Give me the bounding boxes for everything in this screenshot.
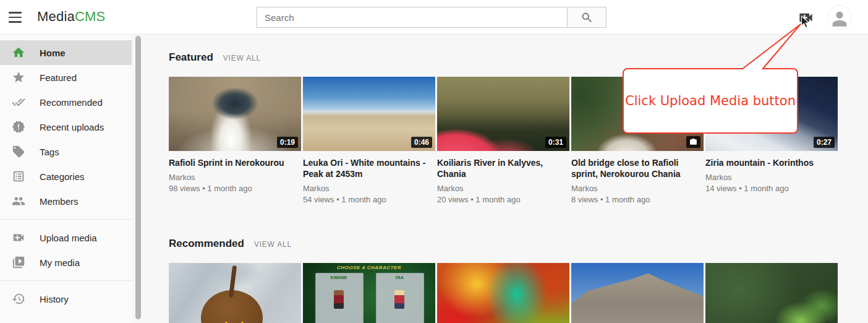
duration-badge: 0:27 [814, 137, 835, 148]
video-meta: 98 views • 1 month ago [169, 184, 301, 193]
video-thumbnail[interactable]: 0:31 [437, 77, 569, 151]
sidebar-item-label: My media [40, 257, 80, 268]
video-meta: 14 views • 1 month ago [705, 184, 838, 193]
section-title: Recommended [169, 238, 244, 250]
video-card: CHOOSE A CHARACTERKWAMEYAASelectedSelect [303, 263, 435, 323]
sidebar-item-label: Featured [40, 72, 77, 83]
brand-logo[interactable]: MediaCMS [37, 9, 105, 25]
duration-badge: 0:31 [545, 137, 566, 148]
new-releases-icon [11, 119, 26, 134]
video-card [437, 263, 569, 323]
search-button[interactable] [567, 7, 606, 28]
sidebar-item-recommended[interactable]: Recommended [0, 90, 132, 114]
sidebar-item-tags[interactable]: Tags [0, 139, 132, 164]
sidebar-item-featured[interactable]: Featured [0, 65, 132, 90]
home-icon [11, 45, 26, 60]
video-author[interactable]: Markos [571, 184, 704, 193]
video-title[interactable]: Rafioli Sprint in Nerokourou [169, 157, 301, 168]
sidebar-item-label: History [40, 294, 69, 304]
sidebar-scrollbar[interactable] [135, 36, 141, 319]
video-thumbnail[interactable] [705, 263, 838, 323]
search-icon [581, 11, 594, 24]
video-call-icon [11, 230, 26, 245]
camera-icon [686, 136, 700, 148]
video-thumbnail[interactable]: 0:46 [303, 77, 435, 151]
tag-icon [11, 144, 26, 159]
video-card: 0:31Koiliaris River in Kalyves, ChaniaMa… [437, 77, 569, 204]
view-all-link[interactable]: VIEW ALL [223, 54, 261, 62]
duration-badge: 0:46 [411, 137, 432, 148]
sidebar-item-label: Upload media [40, 233, 97, 243]
video-thumbnail[interactable] [169, 263, 301, 323]
sidebar-item-members[interactable]: Members [0, 189, 132, 213]
video-card [705, 263, 838, 323]
video-author[interactable]: Markos [169, 173, 301, 182]
person-icon [829, 8, 850, 29]
video-author[interactable]: Markos [303, 184, 435, 193]
view-all-link[interactable]: VIEW ALL [254, 240, 292, 249]
members-icon [11, 194, 26, 209]
video-card [169, 263, 301, 323]
game-character-sprite [394, 290, 404, 309]
sidebar-item-upload-media[interactable]: Upload media [0, 225, 132, 250]
categories-icon [11, 169, 26, 184]
sidebar-item-label: Recent uploads [40, 122, 104, 132]
sidebar-nav: HomeFeaturedRecommendedRecent uploadsTag… [0, 35, 132, 323]
sidebar-item-my-media[interactable]: My media [0, 250, 132, 275]
sidebar-item-categories[interactable]: Categories [0, 164, 132, 189]
video-library-icon [11, 255, 26, 270]
sidebar-item-label: Members [40, 196, 79, 207]
game-character-name: YAA [376, 275, 423, 280]
video-author[interactable]: Markos [705, 173, 838, 182]
video-card: 0:46Leuka Ori - White mountains - Peak a… [303, 77, 435, 204]
video-thumbnail[interactable] [571, 263, 704, 323]
game-title-text: CHOOSE A CHARACTER [303, 265, 435, 270]
star-icon [11, 70, 26, 85]
sidebar-item-home[interactable]: Home [0, 40, 132, 65]
menu-icon[interactable] [9, 10, 25, 25]
video-title[interactable]: Leuka Ori - White mountains - Peak at 24… [303, 157, 435, 179]
sidebar-divider [0, 280, 132, 281]
search-bar [257, 7, 606, 28]
video-thumbnail[interactable]: 0:19 [169, 77, 301, 151]
video-title[interactable]: Old bridge close to Rafioli sprint, Nero… [571, 157, 704, 179]
video-card: 0:19Rafioli Sprint in NerokourouMarkos98… [169, 77, 301, 204]
sidebar-item-recent-uploads[interactable]: Recent uploads [0, 114, 132, 139]
section-title: Featured [169, 51, 213, 64]
video-meta: 20 views • 1 month ago [437, 195, 569, 204]
game-character-name: KWAME [315, 275, 362, 280]
sidebar-item-label: Home [40, 48, 66, 58]
callout-text: Click Upload Media button [625, 93, 796, 108]
top-bar: MediaCMS [0, 0, 868, 35]
done-all-icon [11, 95, 26, 110]
upload-media-icon [798, 9, 814, 26]
video-thumbnail[interactable] [437, 263, 569, 323]
sidebar-divider [0, 219, 132, 220]
video-title[interactable]: Koiliaris River in Kalyves, Chania [437, 157, 569, 179]
section-recommended: RecommendedVIEW ALLCHOOSE A CHARACTERKWA… [169, 238, 840, 323]
duration-badge: 0:19 [277, 137, 298, 148]
video-thumbnail[interactable]: CHOOSE A CHARACTERKWAMEYAASelectedSelect [303, 263, 435, 323]
video-meta: 8 views • 1 month ago [571, 195, 704, 204]
sidebar-item-history[interactable]: History [0, 286, 132, 311]
brand-cms: CMS [75, 9, 106, 24]
search-input[interactable] [257, 7, 567, 28]
sidebar-item-label: Tags [40, 147, 59, 157]
tutorial-callout: Click Upload Media button [623, 68, 798, 134]
game-character-sprite [334, 290, 344, 309]
sidebar-item-label: Categories [40, 171, 85, 182]
video-title[interactable]: Ziria mountain - Korinthos [705, 157, 838, 168]
sidebar-item-label: Recommended [40, 97, 103, 108]
video-meta: 54 views • 1 month ago [303, 195, 435, 204]
brand-media: Media [37, 9, 75, 24]
history-icon [11, 291, 26, 306]
avatar[interactable] [827, 5, 852, 30]
video-card [571, 263, 704, 323]
mediacms-app: MediaCMS HomeFeaturedRecommendedRecent u… [0, 0, 868, 323]
upload-media-button[interactable] [796, 8, 815, 27]
video-author[interactable]: Markos [437, 184, 569, 193]
